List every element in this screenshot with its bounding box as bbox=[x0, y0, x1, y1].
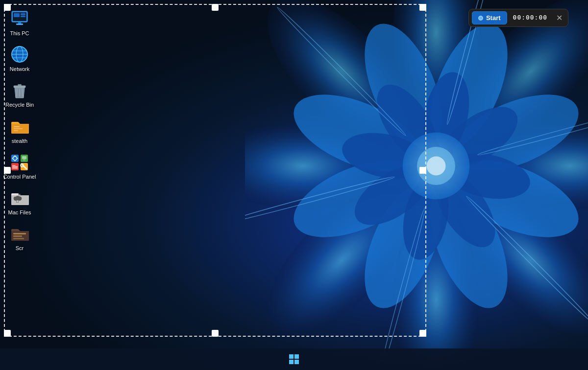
svg-rect-68 bbox=[13, 233, 26, 234]
svg-rect-36 bbox=[21, 13, 25, 15]
scr-folder-icon bbox=[10, 224, 29, 243]
svg-rect-73 bbox=[289, 360, 294, 364]
svg-rect-74 bbox=[294, 360, 299, 364]
record-control-bar: Start 00:00:00 ✕ bbox=[468, 9, 568, 27]
scr-label: Scr bbox=[16, 245, 24, 252]
svg-rect-37 bbox=[21, 16, 25, 17]
stealth-label: stealth bbox=[12, 138, 27, 144]
svg-rect-53 bbox=[14, 130, 18, 131]
svg-rect-39 bbox=[16, 23, 23, 25]
svg-rect-47 bbox=[18, 84, 22, 86]
this-pc-icon bbox=[10, 9, 29, 28]
svg-rect-52 bbox=[14, 128, 23, 129]
recycle-bin-icon bbox=[10, 80, 29, 100]
network-label: Network bbox=[10, 66, 29, 72]
desktop-icon-this-pc[interactable]: This PC bbox=[0, 5, 39, 41]
svg-rect-69 bbox=[13, 235, 22, 237]
svg-rect-35 bbox=[14, 13, 20, 17]
start-label: Start bbox=[486, 14, 501, 22]
desktop-icon-mac-files[interactable]:  Mac Files bbox=[0, 184, 39, 220]
desktop-icon-stealth[interactable]: stealth bbox=[0, 113, 39, 148]
close-button[interactable]: ✕ bbox=[553, 12, 565, 24]
svg-rect-63 bbox=[22, 156, 26, 159]
wallpaper-bloom bbox=[245, 0, 588, 357]
desktop-background bbox=[0, 0, 588, 370]
taskbar bbox=[0, 348, 588, 370]
control-panel-icon bbox=[10, 152, 29, 172]
svg-rect-51 bbox=[14, 126, 20, 127]
control-panel-label: Control Panel bbox=[3, 174, 36, 180]
mac-files-label: Mac Files bbox=[8, 209, 31, 216]
mac-files-icon:  bbox=[10, 188, 29, 208]
this-pc-label: This PC bbox=[10, 30, 29, 37]
recycle-bin-label: Recycle Bin bbox=[5, 102, 34, 108]
desktop-icon-control-panel[interactable]: Control Panel bbox=[0, 148, 39, 184]
taskbar-start-button[interactable] bbox=[285, 350, 303, 368]
close-icon: ✕ bbox=[556, 13, 563, 23]
desktop-icon-scr[interactable]: Scr bbox=[0, 220, 39, 255]
svg-point-32 bbox=[427, 157, 446, 176]
network-icon bbox=[10, 45, 29, 64]
desktop-icons-container: This PC Network bbox=[0, 0, 39, 350]
svg-rect-72 bbox=[294, 354, 299, 359]
svg-rect-71 bbox=[289, 354, 294, 359]
svg-rect-64 bbox=[23, 160, 25, 161]
stealth-folder-icon bbox=[10, 116, 29, 136]
record-dot-icon bbox=[478, 16, 483, 21]
timer-display: 00:00:00 bbox=[509, 14, 551, 22]
svg-rect-46 bbox=[14, 86, 25, 88]
svg-rect-70 bbox=[13, 238, 24, 239]
desktop-icon-recycle-bin[interactable]: Recycle Bin bbox=[0, 76, 39, 112]
desktop-icon-network[interactable]: Network bbox=[0, 41, 39, 76]
start-button[interactable]: Start bbox=[472, 11, 507, 24]
